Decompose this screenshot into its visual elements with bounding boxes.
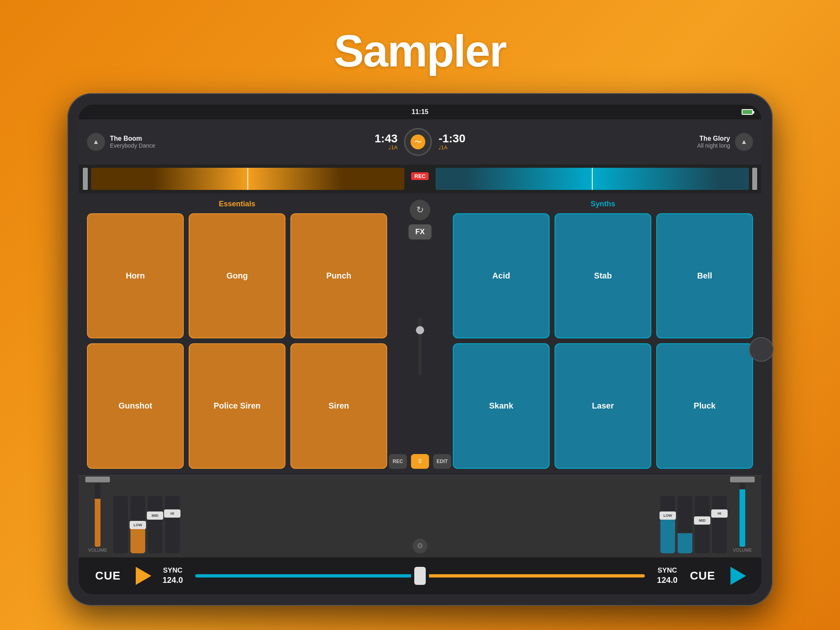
essentials-pad-grid: Horn Gong Punch Gunshot Police Siren Sir…: [87, 213, 387, 469]
left-channel-faders: LOW MID HI: [113, 496, 180, 553]
reload-button[interactable]: ↻: [410, 200, 430, 220]
crossfader-container: [191, 567, 649, 585]
left-volume-label: VOLUME: [88, 548, 107, 552]
left-fader-col-3: MID: [148, 496, 162, 553]
right-volume-fader[interactable]: [740, 483, 745, 547]
pad-skank[interactable]: Skank: [453, 343, 550, 469]
right-volume-header-handle[interactable]: [730, 477, 755, 482]
left-eq-fader-2[interactable]: LOW: [130, 496, 145, 553]
pad-laser[interactable]: Laser: [555, 343, 651, 469]
pad-acid[interactable]: Acid: [453, 213, 550, 339]
left-bpm: 124.0: [162, 575, 183, 585]
left-eq-fader-3[interactable]: MID: [148, 496, 162, 553]
right-fader-col-4: HI: [712, 496, 727, 553]
right-key-label: ♩1A: [438, 144, 465, 151]
status-time: 11:15: [412, 108, 429, 116]
right-mid-handle[interactable]: MID: [694, 516, 710, 525]
crossfader-handle[interactable]: [414, 567, 426, 585]
synths-pad-grid: Acid Stab Bell Skank Laser Pluck: [453, 213, 753, 469]
synths-title: Synths: [453, 200, 753, 208]
pad-gunshot[interactable]: Gunshot: [87, 343, 184, 469]
gear-button[interactable]: ⚙: [413, 539, 427, 553]
ipad-frame: 11:15 ▲ The Boom Everybody Dance 1:43 ♩1…: [67, 93, 773, 606]
waveform-trim-left[interactable]: [83, 168, 88, 190]
waveform-left-track[interactable]: [91, 168, 404, 190]
right-eq-fader-4[interactable]: HI: [712, 496, 727, 553]
eject-right-button[interactable]: ▲: [735, 133, 753, 151]
right-volume-fill: [740, 489, 745, 547]
left-play-icon: [136, 567, 151, 585]
sampler-center-controls: ↻ FX REC ⠿ EDIT: [395, 193, 445, 475]
ipad-home-button[interactable]: [749, 337, 774, 362]
right-fader-col-2: [678, 496, 692, 553]
pad-bell[interactable]: Bell: [656, 213, 753, 339]
left-sync-label[interactable]: SYNC: [163, 566, 183, 575]
pad-siren[interactable]: Siren: [290, 343, 387, 469]
grid-icon: ⠿: [418, 458, 422, 465]
waveform-center-button[interactable]: 〜: [404, 128, 432, 156]
eject-left-button[interactable]: ▲: [87, 133, 105, 151]
rec-badge[interactable]: REC: [411, 172, 429, 180]
sampler-left-panel: Essentials Horn Gong Punch Gunshot Polic…: [79, 193, 395, 475]
rec-sampler-button[interactable]: REC: [389, 454, 407, 469]
sampler-area: Essentials Horn Gong Punch Gunshot Polic…: [79, 193, 761, 475]
crossfader-right-part: [429, 574, 645, 578]
ipad-screen: 11:15 ▲ The Boom Everybody Dance 1:43 ♩1…: [79, 105, 761, 594]
left-mid-handle[interactable]: MID: [147, 511, 163, 520]
right-eq-fader-1[interactable]: LOW: [660, 496, 675, 553]
left-track-name: The Boom: [110, 135, 155, 142]
right-track-artist: All night long: [697, 142, 730, 149]
battery-icon: [742, 109, 753, 115]
deck-right: The Glory All night long ▲: [470, 133, 753, 151]
right-fader-col-1: LOW: [660, 496, 675, 553]
left-fader-col-4: HI: [165, 496, 180, 553]
right-low-handle[interactable]: LOW: [660, 511, 676, 520]
left-eq-fader-4[interactable]: HI: [165, 496, 180, 553]
grid-button[interactable]: ⠿: [411, 454, 429, 469]
right-eq-fader-2[interactable]: [678, 496, 692, 553]
left-low-handle[interactable]: LOW: [130, 521, 146, 529]
left-play-button[interactable]: [133, 565, 154, 587]
sampler-right-panel: Synths Acid Stab Bell Skank Laser Pluck: [445, 193, 761, 475]
left-volume-header-handle[interactable]: [85, 477, 110, 482]
right-play-button[interactable]: [728, 565, 749, 587]
left-hi-handle[interactable]: HI: [164, 509, 180, 518]
left-volume-fader[interactable]: [95, 483, 100, 547]
app-title: Sampler: [334, 25, 506, 77]
deck-left: ▲ The Boom Everybody Dance: [87, 133, 370, 151]
fx-button[interactable]: FX: [409, 224, 431, 240]
waveform-trim-right[interactable]: [752, 168, 757, 190]
left-time-display: 1:43: [374, 133, 397, 144]
right-cue-button[interactable]: CUE: [686, 569, 719, 582]
right-volume-col: VOLUME: [730, 477, 755, 553]
right-bpm: 124.0: [657, 575, 678, 585]
right-volume-label: VOLUME: [733, 548, 752, 552]
left-track-artist: Everybody Dance: [110, 142, 155, 149]
right-hi-handle[interactable]: HI: [711, 509, 728, 518]
pad-horn[interactable]: Horn: [87, 213, 184, 339]
deck-center: 1:43 ♩1A 〜 -1:30 ♩1A: [374, 128, 465, 156]
waveform-area: REC: [79, 164, 761, 193]
fx-fader-track[interactable]: [418, 318, 422, 375]
left-cue-button[interactable]: CUE: [91, 569, 125, 582]
pad-pluck[interactable]: Pluck: [656, 343, 753, 469]
left-fader-col-1: [113, 496, 128, 553]
left-eq-fader-1[interactable]: [113, 496, 128, 553]
top-deck: ▲ The Boom Everybody Dance 1:43 ♩1A 〜: [79, 119, 761, 164]
fx-fader: [418, 244, 422, 450]
fx-fader-knob[interactable]: [416, 326, 424, 334]
right-time-display: -1:30: [438, 133, 465, 144]
pad-punch[interactable]: Punch: [290, 213, 387, 339]
crossfader-area: ⚙: [183, 539, 657, 553]
sampler-bottom-controls: REC ⠿ EDIT: [389, 454, 451, 469]
pad-police-siren[interactable]: Police Siren: [189, 343, 285, 469]
pad-gong[interactable]: Gong: [189, 213, 285, 339]
pad-stab[interactable]: Stab: [555, 213, 651, 339]
waveform-right-track[interactable]: [436, 168, 749, 190]
right-sync-label[interactable]: SYNC: [657, 566, 677, 575]
essentials-title: Essentials: [87, 200, 387, 208]
right-eq-fader-3[interactable]: MID: [695, 496, 710, 553]
status-bar: 11:15: [79, 105, 761, 119]
crossfader-left-part: [195, 574, 411, 578]
left-fader-col-2: LOW: [130, 496, 145, 553]
